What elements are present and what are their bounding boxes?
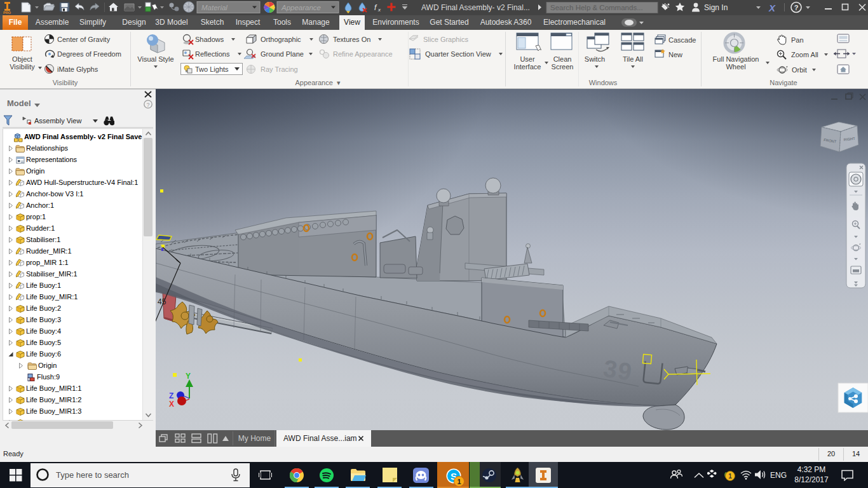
svg-text:?: ?	[146, 102, 149, 108]
svg-text:Assembly View: Assembly View	[34, 117, 81, 125]
svg-text:1: 1	[457, 478, 461, 485]
svg-text:X: X	[169, 400, 174, 409]
svg-text:1: 1	[728, 473, 732, 480]
svg-text:Sign In: Sign In	[704, 3, 728, 12]
svg-text:x: x	[377, 7, 381, 13]
svg-text:?: ?	[794, 4, 799, 11]
svg-text:X: X	[768, 3, 776, 13]
svg-text:PRO: PRO	[3, 11, 11, 15]
svg-text:Search Help & Commands...: Search Help & Commands...	[550, 4, 643, 11]
svg-text:39: 39	[602, 355, 635, 386]
svg-text:Z: Z	[169, 391, 173, 400]
svg-text:45: 45	[158, 297, 166, 306]
svg-text:AWD Final Assembly- v2 Final..: AWD Final Assembly- v2 Final...	[421, 3, 530, 12]
svg-text:Appearance: Appearance	[281, 4, 321, 11]
svg-text:f: f	[374, 3, 377, 12]
svg-text:Material: Material	[201, 4, 227, 11]
svg-text:Y: Y	[186, 372, 191, 381]
